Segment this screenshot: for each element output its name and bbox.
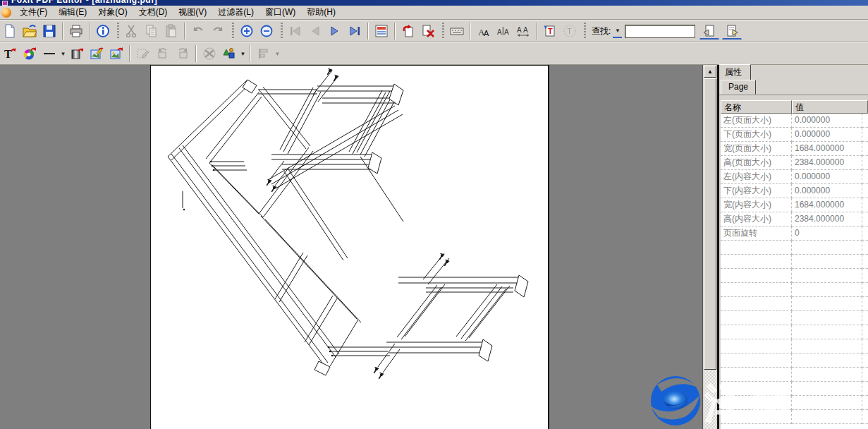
pdf-page[interactable] <box>150 65 549 429</box>
tab-page[interactable]: Page <box>721 80 756 95</box>
toolbar-separator <box>394 23 396 40</box>
add-shading-button[interactable] <box>68 44 86 63</box>
menu-item[interactable]: 过滤器(L) <box>212 5 259 20</box>
column-header-name[interactable]: 名称 <box>721 100 792 114</box>
align-dropdown[interactable]: ▼ <box>274 51 281 57</box>
line-style-button[interactable] <box>40 44 59 63</box>
color-wheel-icon <box>23 47 37 61</box>
select-annotate-button[interactable] <box>134 44 152 63</box>
property-row[interactable]: 高(内容大小)2384.000000 <box>721 212 868 226</box>
toolbar-gripper[interactable] <box>117 23 119 40</box>
rotate-object-ccw-button[interactable] <box>154 44 172 63</box>
property-row[interactable] <box>721 297 868 311</box>
property-row[interactable]: 左(内容大小)0.000000 <box>721 170 868 184</box>
cut-button[interactable] <box>123 22 141 40</box>
previous-page-button[interactable] <box>306 22 324 40</box>
delete-page-button[interactable] <box>419 22 437 40</box>
watermark-swirl-logo <box>650 376 700 425</box>
last-page-button[interactable] <box>346 22 364 40</box>
property-row[interactable] <box>721 311 868 325</box>
document-info-button[interactable] <box>94 22 112 40</box>
open-file-button[interactable] <box>20 22 39 40</box>
char-spacing-button[interactable]: AA <box>494 22 513 40</box>
property-row[interactable]: 宽(内容大小)1684.000000 <box>721 198 868 212</box>
undo-button[interactable] <box>189 22 207 40</box>
open-folder-icon <box>23 24 37 38</box>
toolbar-gripper[interactable] <box>442 23 444 40</box>
page-layout-icon <box>374 24 389 38</box>
zoom-in-button[interactable] <box>238 22 256 40</box>
line-style-dropdown[interactable]: ▼ <box>59 51 67 57</box>
edit-image-button[interactable] <box>87 44 106 63</box>
font-properties-button[interactable]: AA <box>475 22 493 40</box>
next-page-button[interactable] <box>326 22 344 40</box>
menu-item[interactable]: 文档(D) <box>133 5 173 20</box>
scrollbar-thumb[interactable] <box>704 78 716 370</box>
property-row[interactable]: 下(页面大小)0.000000 <box>721 128 868 142</box>
column-header-value[interactable]: 值 <box>792 100 868 114</box>
find-input[interactable] <box>625 25 695 38</box>
save-button[interactable] <box>40 22 59 40</box>
property-row[interactable] <box>721 269 868 283</box>
scroll-up-button[interactable]: ▲ <box>704 66 716 78</box>
find-next-button[interactable] <box>722 23 742 40</box>
property-name <box>721 410 792 424</box>
insert-text-button[interactable]: T <box>541 22 559 40</box>
property-row[interactable] <box>721 339 868 354</box>
menu-item[interactable]: 窗口(W) <box>259 5 301 20</box>
char-width-button[interactable]: AA <box>514 22 532 40</box>
property-row[interactable] <box>721 396 868 410</box>
rotate-object-cw-button[interactable] <box>173 44 192 63</box>
shapes-button[interactable] <box>220 44 238 63</box>
shapes-icon <box>222 47 236 61</box>
copy-button[interactable] <box>142 22 161 40</box>
new-document-button[interactable] <box>1 22 19 40</box>
property-row[interactable] <box>721 283 868 297</box>
toolbar-gripper[interactable] <box>232 23 234 40</box>
rotate-page-button[interactable] <box>399 22 417 40</box>
add-color-button[interactable] <box>20 44 39 63</box>
scrollbar-track[interactable] <box>704 370 716 429</box>
delete-object-button[interactable] <box>200 44 219 63</box>
first-page-button[interactable] <box>286 22 305 40</box>
print-button[interactable] <box>67 22 85 40</box>
property-row[interactable] <box>721 255 868 269</box>
vertical-scrollbar[interactable]: ▲ <box>702 65 717 429</box>
property-row[interactable]: 宽(页面大小)1684.000000 <box>721 142 868 156</box>
zoom-out-button[interactable] <box>257 22 276 40</box>
redo-button[interactable] <box>209 22 227 40</box>
toolbar-separator <box>184 23 185 40</box>
property-row[interactable] <box>721 241 868 255</box>
keyboard-button[interactable] <box>448 22 466 40</box>
menu-item[interactable]: 文件(F) <box>14 5 53 20</box>
menu-item[interactable]: 编辑(E) <box>53 5 92 20</box>
align-objects-button[interactable] <box>255 44 273 63</box>
property-row[interactable]: 页面旋转0 <box>721 226 868 241</box>
property-row[interactable] <box>721 410 868 424</box>
menu-item[interactable]: 对象(O) <box>92 5 133 20</box>
page-layout-button[interactable] <box>372 22 391 40</box>
toolbar-gripper[interactable] <box>281 23 283 40</box>
property-row[interactable]: 高(页面大小)2384.000000 <box>721 156 868 170</box>
property-row[interactable] <box>721 354 868 368</box>
property-row[interactable] <box>721 368 868 382</box>
property-row[interactable]: 左(页面大小)0.000000 <box>721 114 868 128</box>
toolbar-gripper[interactable] <box>584 23 586 40</box>
add-text-button[interactable]: T <box>1 44 19 63</box>
property-row[interactable] <box>721 382 868 396</box>
property-filler <box>862 325 868 339</box>
next-page-icon <box>328 24 342 38</box>
property-value <box>792 354 862 368</box>
find-dropdown-button[interactable]: ▼ <box>613 24 622 38</box>
add-image-button[interactable] <box>107 44 126 63</box>
property-row[interactable] <box>721 325 868 339</box>
property-filler <box>862 354 868 368</box>
find-previous-button[interactable] <box>699 23 719 40</box>
menu-item[interactable]: 视图(V) <box>173 5 212 20</box>
property-row[interactable]: 下(内容大小)0.000000 <box>721 184 868 198</box>
property-value: 1684.000000 <box>792 142 862 156</box>
shapes-dropdown[interactable]: ▼ <box>239 51 247 57</box>
paste-button[interactable] <box>162 22 181 40</box>
menu-item[interactable]: 帮助(H) <box>301 5 341 20</box>
text-anchor-button[interactable]: T <box>561 22 579 40</box>
